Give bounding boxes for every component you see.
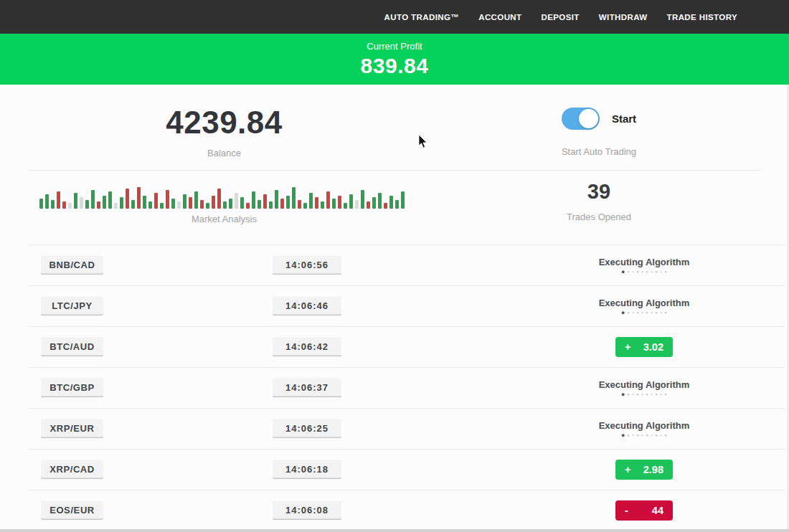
progress-dots-icon bbox=[599, 393, 690, 396]
market-bar bbox=[240, 197, 244, 209]
executing-status: Executing Algorithm bbox=[599, 420, 690, 437]
market-bar bbox=[137, 187, 141, 209]
trade-status-cell: - 44 bbox=[615, 500, 673, 521]
market-bar bbox=[269, 201, 273, 209]
market-bar bbox=[206, 203, 209, 209]
market-bar bbox=[389, 196, 393, 209]
divider bbox=[29, 170, 760, 171]
market-bar bbox=[361, 190, 364, 209]
window-bottom-edge bbox=[0, 529, 789, 532]
trade-time-badge[interactable]: 14:06:18 bbox=[273, 460, 341, 479]
market-bar bbox=[355, 200, 359, 209]
trade-pair-badge[interactable]: BTC/AUD bbox=[41, 337, 103, 356]
executing-label: Executing Algorithm bbox=[599, 420, 690, 431]
trade-result-badge: + 3.02 bbox=[615, 337, 673, 357]
trade-row: BTC/GBP 14:06:37 Executing Algorithm bbox=[0, 367, 789, 408]
trade-time-badge[interactable]: 14:06:25 bbox=[273, 419, 341, 438]
market-bar bbox=[229, 199, 232, 209]
market-bar bbox=[212, 196, 215, 209]
market-bar bbox=[131, 200, 135, 209]
trade-time-badge[interactable]: 14:06:56 bbox=[273, 255, 341, 275]
trade-pair-badge[interactable]: BTC/GBP bbox=[41, 378, 103, 397]
market-bar bbox=[367, 201, 370, 209]
trade-pair-badge[interactable]: XRP/EUR bbox=[41, 419, 103, 438]
market-bar bbox=[321, 201, 324, 209]
market-bar bbox=[177, 201, 181, 209]
nav-menu-item[interactable]: ACCOUNT bbox=[478, 13, 521, 22]
balance-label: Balance bbox=[29, 148, 420, 158]
market-bar bbox=[298, 200, 301, 209]
trade-result-badge: - 44 bbox=[615, 500, 673, 521]
market-bar bbox=[166, 190, 169, 209]
market-bar bbox=[395, 200, 399, 209]
top-nav: AUTO TRADING™ACCOUNTDEPOSITWITHDRAWTRADE… bbox=[0, 0, 789, 34]
market-bar bbox=[280, 199, 284, 209]
auto-trading-caption: Start Auto Trading bbox=[420, 146, 778, 157]
market-bar bbox=[223, 201, 227, 209]
trade-status-cell: Executing Algorithm bbox=[599, 379, 690, 396]
toggle-knob-icon bbox=[579, 109, 598, 128]
market-bar bbox=[235, 193, 238, 209]
nav-menu-item[interactable]: TRADE HISTORY bbox=[667, 13, 738, 22]
market-bar bbox=[309, 193, 313, 209]
trade-status-cell: + 2.98 bbox=[615, 460, 673, 480]
result-sign: - bbox=[625, 505, 628, 516]
market-bar bbox=[85, 200, 89, 209]
market-bar bbox=[315, 197, 318, 209]
market-bar bbox=[292, 187, 296, 209]
trades-opened-value: 39 bbox=[420, 180, 778, 204]
trade-status-cell: + 3.02 bbox=[615, 337, 673, 357]
market-bar bbox=[154, 193, 158, 209]
market-bar bbox=[183, 194, 186, 209]
trade-row: EOS/EUR 14:06:08 - 44 bbox=[0, 490, 789, 531]
market-bar bbox=[143, 196, 146, 209]
market-bar bbox=[108, 191, 112, 209]
trade-list: BNB/CAD 14:06:56 Executing Algorithm LTC… bbox=[0, 244, 789, 531]
market-bar bbox=[258, 200, 261, 209]
trade-status-cell: Executing Algorithm bbox=[599, 420, 690, 437]
executing-label: Executing Algorithm bbox=[599, 379, 690, 390]
market-bar bbox=[303, 203, 307, 209]
trade-time-badge[interactable]: 14:06:08 bbox=[273, 500, 341, 520]
auto-trading-toggle-group: Start bbox=[420, 108, 778, 130]
market-bar bbox=[246, 203, 250, 209]
trade-row: XRP/CAD 14:06:18 + 2.98 bbox=[0, 449, 789, 490]
market-bar bbox=[263, 194, 267, 209]
result-amount: 3.02 bbox=[643, 341, 663, 353]
current-profit-value: 839.84 bbox=[361, 54, 429, 78]
trade-pair-badge[interactable]: LTC/JPY bbox=[41, 296, 103, 315]
nav-menu-item[interactable]: AUTO TRADING™ bbox=[384, 13, 460, 22]
trade-row: BTC/AUD 14:06:42 + 3.02 bbox=[0, 326, 789, 367]
market-bar bbox=[51, 200, 55, 209]
trade-row: BNB/CAD 14:06:56 Executing Algorithm bbox=[0, 244, 789, 285]
result-amount: 44 bbox=[652, 505, 663, 516]
trade-time-badge[interactable]: 14:06:42 bbox=[273, 337, 341, 356]
market-bar bbox=[217, 189, 221, 209]
market-bar bbox=[252, 191, 255, 209]
trade-time-badge[interactable]: 14:06:46 bbox=[273, 296, 341, 315]
trade-time-badge[interactable]: 14:06:37 bbox=[273, 378, 341, 397]
market-bar bbox=[384, 203, 387, 209]
trade-pair-badge[interactable]: XRP/CAD bbox=[41, 460, 103, 479]
executing-status: Executing Algorithm bbox=[599, 379, 690, 396]
market-bar bbox=[91, 190, 95, 209]
progress-dots-icon bbox=[599, 434, 690, 437]
market-bar bbox=[171, 199, 175, 209]
market-bar bbox=[189, 197, 192, 209]
market-analysis-chart bbox=[39, 185, 408, 209]
nav-menu-item[interactable]: WITHDRAW bbox=[599, 13, 648, 22]
market-bar bbox=[200, 200, 204, 209]
market-bar bbox=[338, 196, 341, 209]
market-bar bbox=[57, 191, 60, 209]
trade-pair-badge[interactable]: EOS/EUR bbox=[41, 500, 103, 520]
market-bar bbox=[120, 197, 123, 209]
trade-pair-badge[interactable]: BNB/CAD bbox=[41, 255, 103, 275]
result-amount: 2.98 bbox=[643, 464, 663, 475]
auto-trading-toggle[interactable] bbox=[562, 108, 600, 130]
nav-menu-item[interactable]: DEPOSIT bbox=[542, 13, 580, 22]
market-bar bbox=[349, 194, 353, 209]
market-bar bbox=[45, 194, 49, 209]
executing-label: Executing Algorithm bbox=[599, 298, 690, 308]
market-bar bbox=[80, 197, 83, 209]
executing-status: Executing Algorithm bbox=[599, 298, 690, 315]
